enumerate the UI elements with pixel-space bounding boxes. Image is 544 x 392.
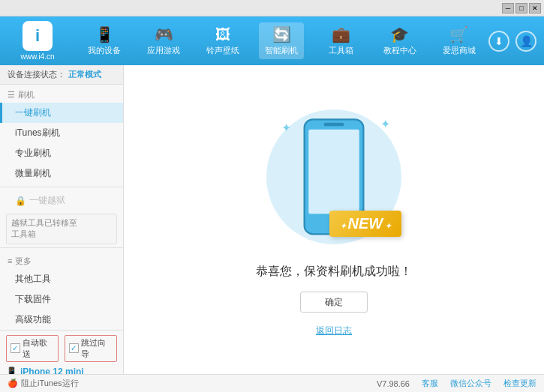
download-button[interactable]: ⬇: [488, 31, 509, 52]
sparkle-tl: ✦: [281, 121, 291, 135]
one-key-flash-label: 一键刷机: [15, 107, 51, 118]
nav-store[interactable]: 🛒 爱思商城: [437, 22, 482, 59]
jailbreak-notice-text: 越狱工具已转移至工具箱: [11, 218, 77, 238]
nav-wallpaper-label: 铃声壁纸: [206, 45, 239, 56]
sidebar-item-pro-flash[interactable]: 专业刷机: [0, 143, 123, 163]
lock-icon: 🔒: [15, 196, 26, 206]
content-area: ✦ ✦ NEW 恭喜您，保资料刷机成功啦！ 确定 返回日志: [124, 65, 544, 374]
footer-itunes-status: 阻止iTunes运行: [21, 378, 79, 389]
sidebar-bottom: ✓ 自动歌送 ✓ 跳过向导 📱 iPhone 12 mini 64GB Down…: [0, 330, 123, 374]
phone-illustration: ✦ ✦ NEW: [259, 102, 409, 252]
nav-my-device-icon: 📱: [95, 25, 114, 43]
back-link[interactable]: 返回日志: [316, 325, 352, 337]
advanced-label: 高级功能: [15, 314, 51, 325]
new-badge: NEW: [329, 211, 401, 237]
download-firmware-label: 下载固件: [15, 294, 51, 304]
sidebar-item-no-data-loss[interactable]: 微量刷机: [0, 163, 123, 184]
success-area: ✦ ✦ NEW 恭喜您，保资料刷机成功啦！ 确定 返回日志: [256, 102, 412, 337]
device-name-text: iPhone 12 mini: [20, 367, 84, 374]
nav-tutorial-icon: 🎓: [390, 25, 409, 43]
nav-smart-flash-icon: 🔄: [272, 25, 291, 43]
device-icon: 📱: [6, 367, 17, 374]
footer: 🍎 阻止iTunes运行 V7.98.66 客服 微信公众号 检查更新: [0, 374, 544, 392]
nav-my-device[interactable]: 📱 我的设备: [82, 22, 127, 59]
nav-apps-icon: 🎮: [155, 25, 173, 43]
skip-guide-label: 跳过向导: [81, 337, 113, 360]
auto-redirect-cb-box: ✓: [11, 343, 20, 353]
header: i www.i4.cn 📱 我的设备 🎮 应用游戏 🖼 铃声壁纸 🔄 智能刷机 …: [0, 16, 544, 65]
nav-smart-flash[interactable]: 🔄 智能刷机: [259, 22, 304, 59]
nav-bar: 📱 我的设备 🎮 应用游戏 🖼 铃声壁纸 🔄 智能刷机 💼 工具箱 🎓 教程中心…: [75, 22, 488, 59]
sidebar-section-more: ≡ 更多: [0, 251, 123, 269]
header-right: ⬇ 👤: [488, 31, 536, 52]
sidebar-section-jailbreak: 🔒 一键越狱: [0, 190, 123, 211]
title-bar: ─ □ ✕: [0, 0, 544, 16]
nav-tutorial[interactable]: 🎓 教程中心: [377, 22, 422, 59]
wechat-link[interactable]: 微信公众号: [450, 378, 491, 389]
pro-flash-label: 专业刷机: [15, 148, 51, 158]
more-section-icon: ≡: [8, 256, 12, 265]
device-info: 📱 iPhone 12 mini 64GB Down-12mini-13,1: [6, 367, 117, 374]
itunes-flash-label: iTunes刷机: [15, 127, 60, 138]
maximize-button[interactable]: □: [515, 3, 527, 13]
nav-my-device-label: 我的设备: [88, 45, 121, 56]
flash-section-icon: ☰: [8, 90, 15, 100]
svg-rect-1: [308, 130, 359, 214]
sidebar-item-itunes-flash[interactable]: iTunes刷机: [0, 123, 123, 143]
nav-toolbox[interactable]: 💼 工具箱: [318, 22, 363, 59]
window-controls: ─ □ ✕: [502, 3, 541, 13]
success-message: 恭喜您，保资料刷机成功啦！: [256, 264, 412, 280]
nav-store-icon: 🛒: [449, 25, 468, 43]
status-bar: 设备连接状态： 正常模式: [0, 65, 123, 85]
logo-subtext: www.i4.cn: [20, 52, 54, 61]
skip-guide-checkbox[interactable]: ✓ 跳过向导: [65, 335, 117, 362]
skip-guide-cb-box: ✓: [69, 343, 79, 353]
close-button[interactable]: ✕: [529, 3, 541, 13]
sidebar-item-one-key-flash[interactable]: 一键刷机: [0, 103, 123, 123]
sidebar-divider-2: [0, 247, 123, 248]
itunes-icon: 🍎: [8, 379, 18, 388]
sidebar: 设备连接状态： 正常模式 ☰ 刷机 一键刷机 iTunes刷机 专业刷机 微量刷…: [0, 65, 124, 374]
nav-wallpaper-icon: 🖼: [215, 26, 230, 43]
sidebar-item-advanced[interactable]: 高级功能: [0, 310, 123, 330]
main-area: 设备连接状态： 正常模式 ☰ 刷机 一键刷机 iTunes刷机 专业刷机 微量刷…: [0, 65, 544, 374]
nav-store-label: 爱思商城: [443, 45, 476, 56]
more-section-label: 更多: [15, 256, 32, 267]
sidebar-item-other-tools[interactable]: 其他工具: [0, 269, 123, 289]
auto-redirect-label: 自动歌送: [23, 337, 54, 360]
confirm-button[interactable]: 确定: [300, 292, 368, 313]
nav-tutorial-label: 教程中心: [383, 45, 416, 56]
sidebar-section-flash: ☰ 刷机: [0, 85, 123, 103]
nav-toolbox-icon: 💼: [332, 25, 350, 43]
customer-service-link[interactable]: 客服: [422, 378, 438, 389]
logo-icon: i: [23, 21, 53, 51]
other-tools-label: 其他工具: [15, 274, 51, 284]
nav-smart-flash-label: 智能刷机: [265, 45, 298, 56]
device-name-row: 📱 iPhone 12 mini: [6, 367, 117, 374]
checkbox-area: ✓ 自动歌送 ✓ 跳过向导: [6, 335, 117, 362]
user-button[interactable]: 👤: [515, 31, 536, 52]
sparkle-tr: ✦: [380, 117, 390, 131]
version-label: V7.98.66: [377, 379, 410, 388]
footer-left: 🍎 阻止iTunes运行: [8, 378, 79, 389]
nav-apps-games[interactable]: 🎮 应用游戏: [141, 22, 186, 59]
svg-rect-2: [324, 123, 344, 127]
status-label: 设备连接状态：: [8, 69, 65, 80]
auto-redirect-checkbox[interactable]: ✓ 自动歌送: [6, 335, 59, 362]
sidebar-divider-1: [0, 187, 123, 187]
sidebar-item-download-firmware[interactable]: 下载固件: [0, 289, 123, 310]
jailbreak-label: 一键越狱: [29, 194, 65, 207]
no-data-loss-label: 微量刷机: [15, 168, 51, 178]
nav-wallpaper[interactable]: 🖼 铃声壁纸: [200, 23, 245, 59]
jailbreak-notice: 越狱工具已转移至工具箱: [6, 214, 117, 244]
minimize-button[interactable]: ─: [502, 3, 514, 13]
nav-toolbox-label: 工具箱: [329, 45, 353, 56]
nav-apps-label: 应用游戏: [147, 45, 180, 56]
logo[interactable]: i www.i4.cn: [8, 21, 68, 61]
status-value: 正常模式: [68, 69, 101, 80]
flash-section-label: 刷机: [18, 89, 35, 100]
footer-right: V7.98.66 客服 微信公众号 检查更新: [377, 378, 536, 389]
check-update-link[interactable]: 检查更新: [503, 378, 536, 389]
